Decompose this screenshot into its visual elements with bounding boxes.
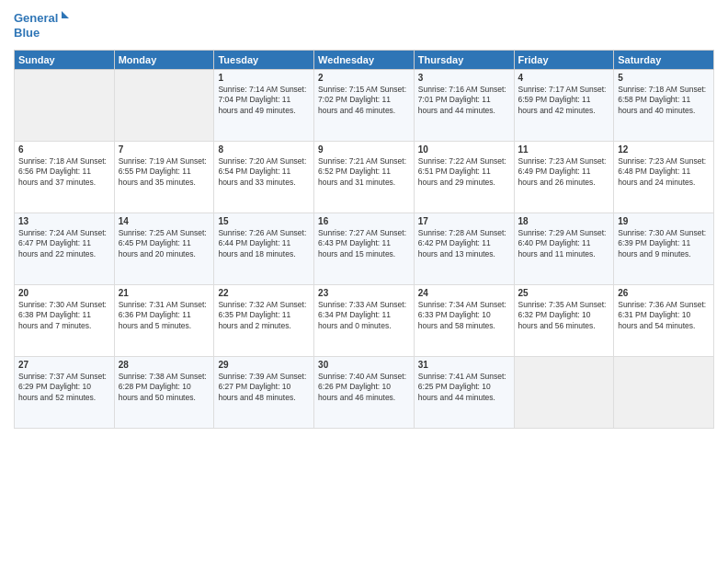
col-header-thursday: Thursday xyxy=(414,51,514,70)
cell-w4d2: 29Sunrise: 7:39 AM Sunset: 6:27 PM Dayli… xyxy=(214,357,314,429)
cell-w2d2: 15Sunrise: 7:26 AM Sunset: 6:44 PM Dayli… xyxy=(214,213,314,285)
day-number: 25 xyxy=(518,288,610,298)
day-number: 30 xyxy=(318,360,410,370)
cell-w3d4: 24Sunrise: 7:34 AM Sunset: 6:33 PM Dayli… xyxy=(414,285,514,357)
cell-content: Sunrise: 7:19 AM Sunset: 6:55 PM Dayligh… xyxy=(119,156,210,188)
cell-w4d5 xyxy=(514,357,614,429)
day-number: 28 xyxy=(119,360,210,370)
day-number: 15 xyxy=(218,216,310,226)
cell-content: Sunrise: 7:21 AM Sunset: 6:52 PM Dayligh… xyxy=(318,156,410,188)
cell-content: Sunrise: 7:23 AM Sunset: 6:49 PM Dayligh… xyxy=(518,156,610,188)
cell-w1d3: 9Sunrise: 7:21 AM Sunset: 6:52 PM Daylig… xyxy=(314,142,415,213)
cell-content: Sunrise: 7:34 AM Sunset: 6:33 PM Dayligh… xyxy=(418,300,510,331)
day-number: 24 xyxy=(418,288,510,298)
cell-w1d1: 7Sunrise: 7:19 AM Sunset: 6:55 PM Daylig… xyxy=(114,142,214,213)
cell-w3d1: 21Sunrise: 7:31 AM Sunset: 6:36 PM Dayli… xyxy=(114,285,214,357)
cell-w0d1 xyxy=(114,70,214,142)
cell-w0d5: 4Sunrise: 7:17 AM Sunset: 6:59 PM Daylig… xyxy=(514,70,614,142)
day-number: 3 xyxy=(418,73,510,83)
cell-content: Sunrise: 7:14 AM Sunset: 7:04 PM Dayligh… xyxy=(218,85,310,116)
cell-content: Sunrise: 7:33 AM Sunset: 6:34 PM Dayligh… xyxy=(318,300,410,331)
cell-w3d2: 22Sunrise: 7:32 AM Sunset: 6:35 PM Dayli… xyxy=(214,285,314,357)
cell-w4d6 xyxy=(614,357,714,429)
cell-content: Sunrise: 7:15 AM Sunset: 7:02 PM Dayligh… xyxy=(318,85,410,116)
day-number: 5 xyxy=(618,73,710,83)
cell-w4d1: 28Sunrise: 7:38 AM Sunset: 6:28 PM Dayli… xyxy=(114,357,214,429)
svg-text:General: General xyxy=(14,11,58,25)
day-number: 11 xyxy=(518,144,610,155)
day-number: 19 xyxy=(618,216,710,226)
cell-w1d5: 11Sunrise: 7:23 AM Sunset: 6:49 PM Dayli… xyxy=(514,142,614,213)
day-number: 1 xyxy=(218,73,310,83)
cell-w4d3: 30Sunrise: 7:40 AM Sunset: 6:26 PM Dayli… xyxy=(314,357,415,429)
col-header-monday: Monday xyxy=(114,51,214,70)
cell-w1d2: 8Sunrise: 7:20 AM Sunset: 6:54 PM Daylig… xyxy=(214,142,314,213)
cell-content: Sunrise: 7:37 AM Sunset: 6:29 PM Dayligh… xyxy=(18,372,110,403)
day-number: 12 xyxy=(618,144,710,155)
cell-w1d0: 6Sunrise: 7:18 AM Sunset: 6:56 PM Daylig… xyxy=(15,142,115,213)
cell-content: Sunrise: 7:32 AM Sunset: 6:35 PM Dayligh… xyxy=(218,300,310,331)
svg-marker-2 xyxy=(62,11,69,18)
cell-content: Sunrise: 7:24 AM Sunset: 6:47 PM Dayligh… xyxy=(18,228,110,259)
cell-content: Sunrise: 7:30 AM Sunset: 6:38 PM Dayligh… xyxy=(18,300,110,331)
cell-w0d4: 3Sunrise: 7:16 AM Sunset: 7:01 PM Daylig… xyxy=(414,70,514,142)
calendar-page: General Blue SundayMondayTuesdayWednesda… xyxy=(0,0,728,563)
day-number: 26 xyxy=(618,288,710,298)
cell-w1d6: 12Sunrise: 7:23 AM Sunset: 6:48 PM Dayli… xyxy=(614,142,714,213)
cell-content: Sunrise: 7:41 AM Sunset: 6:25 PM Dayligh… xyxy=(418,372,510,403)
cell-content: Sunrise: 7:16 AM Sunset: 7:01 PM Dayligh… xyxy=(418,85,510,116)
cell-w0d0 xyxy=(15,70,115,142)
cell-w2d3: 16Sunrise: 7:27 AM Sunset: 6:43 PM Dayli… xyxy=(314,213,415,285)
cell-w4d0: 27Sunrise: 7:37 AM Sunset: 6:29 PM Dayli… xyxy=(15,357,115,429)
header: General Blue xyxy=(14,9,714,42)
day-number: 9 xyxy=(318,144,410,155)
cell-content: Sunrise: 7:40 AM Sunset: 6:26 PM Dayligh… xyxy=(318,372,410,403)
cell-content: Sunrise: 7:18 AM Sunset: 6:56 PM Dayligh… xyxy=(18,156,110,188)
cell-w2d4: 17Sunrise: 7:28 AM Sunset: 6:42 PM Dayli… xyxy=(414,213,514,285)
cell-content: Sunrise: 7:31 AM Sunset: 6:36 PM Dayligh… xyxy=(119,300,210,331)
day-number: 17 xyxy=(418,216,510,226)
cell-content: Sunrise: 7:39 AM Sunset: 6:27 PM Dayligh… xyxy=(218,372,310,403)
cell-content: Sunrise: 7:26 AM Sunset: 6:44 PM Dayligh… xyxy=(218,228,310,259)
day-number: 7 xyxy=(119,144,210,155)
cell-content: Sunrise: 7:29 AM Sunset: 6:40 PM Dayligh… xyxy=(518,228,610,259)
week-row-4: 20Sunrise: 7:30 AM Sunset: 6:38 PM Dayli… xyxy=(15,285,714,357)
cell-w3d3: 23Sunrise: 7:33 AM Sunset: 6:34 PM Dayli… xyxy=(314,285,415,357)
day-number: 23 xyxy=(318,288,410,298)
day-number: 10 xyxy=(418,144,510,155)
week-row-2: 6Sunrise: 7:18 AM Sunset: 6:56 PM Daylig… xyxy=(15,142,714,213)
day-number: 20 xyxy=(18,288,110,298)
day-number: 8 xyxy=(218,144,310,155)
cell-w2d5: 18Sunrise: 7:29 AM Sunset: 6:40 PM Dayli… xyxy=(514,213,614,285)
cell-content: Sunrise: 7:17 AM Sunset: 6:59 PM Dayligh… xyxy=(518,85,610,116)
day-number: 29 xyxy=(218,360,310,370)
cell-content: Sunrise: 7:30 AM Sunset: 6:39 PM Dayligh… xyxy=(618,228,710,259)
cell-w2d6: 19Sunrise: 7:30 AM Sunset: 6:39 PM Dayli… xyxy=(614,213,714,285)
col-header-saturday: Saturday xyxy=(614,51,714,70)
day-number: 27 xyxy=(18,360,110,370)
cell-content: Sunrise: 7:22 AM Sunset: 6:51 PM Dayligh… xyxy=(418,156,510,188)
logo: General Blue xyxy=(14,9,69,42)
day-number: 2 xyxy=(318,73,410,83)
day-number: 14 xyxy=(119,216,210,226)
cell-w4d4: 31Sunrise: 7:41 AM Sunset: 6:25 PM Dayli… xyxy=(414,357,514,429)
day-number: 21 xyxy=(119,288,210,298)
cell-w0d3: 2Sunrise: 7:15 AM Sunset: 7:02 PM Daylig… xyxy=(314,70,415,142)
cell-w3d5: 25Sunrise: 7:35 AM Sunset: 6:32 PM Dayli… xyxy=(514,285,614,357)
day-number: 22 xyxy=(218,288,310,298)
col-header-friday: Friday xyxy=(514,51,614,70)
cell-w2d0: 13Sunrise: 7:24 AM Sunset: 6:47 PM Dayli… xyxy=(15,213,115,285)
cell-content: Sunrise: 7:18 AM Sunset: 6:58 PM Dayligh… xyxy=(618,85,710,116)
week-row-3: 13Sunrise: 7:24 AM Sunset: 6:47 PM Dayli… xyxy=(15,213,714,285)
cell-content: Sunrise: 7:38 AM Sunset: 6:28 PM Dayligh… xyxy=(119,372,210,403)
col-header-sunday: Sunday xyxy=(15,51,115,70)
day-number: 16 xyxy=(318,216,410,226)
cell-content: Sunrise: 7:25 AM Sunset: 6:45 PM Dayligh… xyxy=(119,228,210,259)
day-number: 18 xyxy=(518,216,610,226)
cell-content: Sunrise: 7:36 AM Sunset: 6:31 PM Dayligh… xyxy=(618,300,710,331)
cell-w0d2: 1Sunrise: 7:14 AM Sunset: 7:04 PM Daylig… xyxy=(214,70,314,142)
cell-w3d6: 26Sunrise: 7:36 AM Sunset: 6:31 PM Dayli… xyxy=(614,285,714,357)
col-header-tuesday: Tuesday xyxy=(214,51,314,70)
cell-w3d0: 20Sunrise: 7:30 AM Sunset: 6:38 PM Dayli… xyxy=(15,285,115,357)
logo-svg: General Blue xyxy=(14,9,69,42)
